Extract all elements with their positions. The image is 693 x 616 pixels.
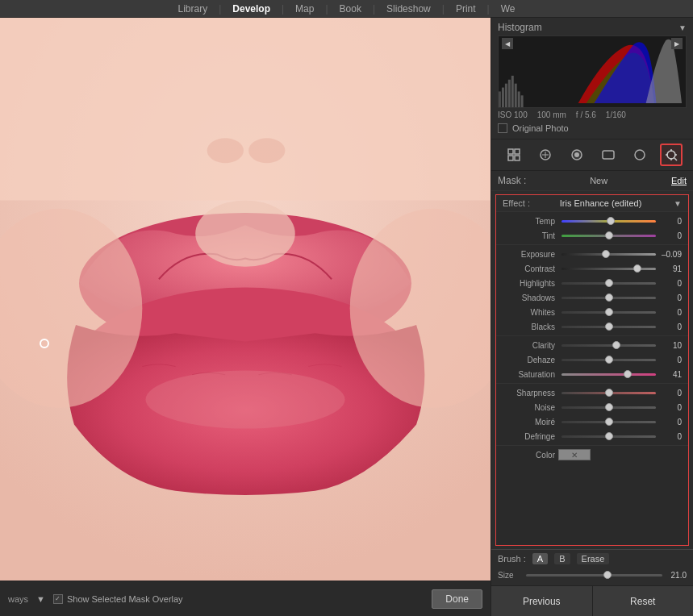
saturation-slider-row: Saturation 41 [496, 367, 688, 381]
temp-thumb[interactable] [607, 217, 615, 225]
whites-thumb[interactable] [605, 308, 613, 316]
noise-track[interactable] [561, 406, 656, 409]
brush-erase-button[interactable]: Erase [577, 553, 610, 564]
effect-dropdown-arrow[interactable]: ▼ [674, 199, 682, 208]
contrast-label: Contrast [503, 264, 555, 273]
svg-point-6 [207, 138, 244, 163]
nav-book[interactable]: Book [328, 0, 373, 17]
whites-track[interactable] [561, 311, 656, 314]
shadows-track[interactable] [561, 297, 656, 299]
original-photo-checkbox[interactable] [498, 123, 507, 133]
nav-develop[interactable]: Develop [221, 0, 282, 17]
highlights-thumb[interactable] [605, 279, 613, 287]
highlights-value: 0 [659, 279, 682, 288]
svg-rect-20 [508, 156, 513, 160]
photo-bottom-bar: ways ▼ ✓ Show Selected Mask Overlay Done [0, 581, 491, 616]
shadows-thumb[interactable] [605, 293, 613, 302]
sharpness-track[interactable] [561, 392, 656, 394]
sharpness-label: Sharpness [503, 389, 555, 397]
defringe-value: 0 [659, 432, 682, 441]
right-panel: Histogram ▼ ◀ ▶ [491, 18, 693, 616]
color-row: Color [496, 446, 688, 464]
highlights-track[interactable] [561, 282, 656, 285]
exif-iso: ISO 100 [498, 110, 528, 119]
sharpness-thumb[interactable] [605, 389, 613, 397]
nav-print[interactable]: Print [445, 0, 487, 17]
hist-arrow-left[interactable]: ◀ [502, 38, 513, 49]
exposure-thumb[interactable] [602, 250, 610, 258]
original-photo-label: Original Photo [512, 123, 569, 133]
dropdown-arrow[interactable]: ▼ [36, 594, 45, 604]
reset-button[interactable]: Reset [593, 586, 694, 616]
effect-header: Effect : Iris Enhance (edited) ▼ [496, 195, 688, 212]
color-label: Color [503, 451, 555, 460]
contrast-slider-row: Contrast 91 [496, 261, 688, 276]
brush-section: Brush : A B Erase Size 21.0 [491, 549, 693, 585]
nav-web[interactable]: We [490, 0, 527, 17]
exif-aperture: f / 5.6 [576, 110, 596, 119]
defringe-thumb[interactable] [605, 432, 613, 440]
nav-library[interactable]: Library [166, 0, 219, 17]
blacks-track[interactable] [561, 326, 656, 328]
crop-icon[interactable] [534, 144, 557, 166]
tint-label: Tint [503, 231, 555, 240]
contrast-thumb[interactable] [633, 264, 641, 273]
whites-label: Whites [503, 308, 555, 317]
grid-icon[interactable] [503, 144, 525, 166]
moire-thumb[interactable] [605, 418, 613, 426]
red-eye-icon[interactable] [597, 144, 620, 166]
size-track[interactable] [526, 574, 662, 576]
tint-track[interactable] [561, 235, 656, 237]
saturation-value: 41 [659, 370, 682, 379]
contrast-track[interactable] [561, 268, 656, 270]
defringe-track[interactable] [561, 435, 656, 438]
size-thumb[interactable] [603, 571, 612, 579]
radial-icon[interactable] [628, 144, 651, 166]
done-button[interactable]: Done [432, 589, 482, 609]
svg-rect-17 [521, 95, 524, 107]
always-label: ways [8, 594, 28, 604]
nav-slideshow[interactable]: Slideshow [375, 0, 442, 17]
blacks-thumb[interactable] [605, 323, 613, 331]
previous-button[interactable]: Previous [491, 586, 593, 616]
svg-rect-13 [508, 80, 511, 107]
dehaze-thumb[interactable] [605, 356, 613, 364]
adjustment-brush-icon[interactable] [660, 144, 683, 166]
exposure-track[interactable] [561, 253, 656, 256]
noise-label: Noise [503, 403, 555, 412]
mask-edit-button[interactable]: Edit [671, 176, 687, 185]
mask-overlay-checkbox[interactable]: ✓ [53, 594, 63, 604]
svg-rect-5 [0, 18, 491, 200]
moire-track[interactable] [561, 421, 656, 423]
dehaze-track[interactable] [561, 359, 656, 361]
blacks-slider-row: Blacks 0 [496, 319, 688, 334]
brush-a-button[interactable]: A [532, 553, 548, 564]
dehaze-slider-row: Dehaze 0 [496, 352, 688, 367]
temp-slider-row: Temp 0 [496, 214, 688, 228]
temp-track[interactable] [561, 220, 656, 223]
defringe-slider-row: Defringe 0 [496, 429, 688, 443]
histogram-dropdown-icon[interactable]: ▼ [678, 23, 687, 32]
saturation-track[interactable] [561, 373, 656, 376]
photo-area: ways ▼ ✓ Show Selected Mask Overlay Done [0, 18, 491, 616]
noise-thumb[interactable] [605, 403, 613, 411]
brush-b-button[interactable]: B [554, 553, 570, 564]
mask-dot [40, 339, 49, 348]
heal-icon[interactable] [566, 144, 588, 166]
effect-value: Iris Enhance (edited) [560, 198, 642, 208]
nav-map[interactable]: Map [284, 0, 325, 17]
saturation-thumb[interactable] [624, 370, 632, 378]
shadows-value: 0 [659, 293, 682, 302]
top-nav: Library | Develop | Map | Book | Slidesh… [0, 0, 693, 18]
color-swatch[interactable] [558, 449, 591, 460]
clarity-thumb[interactable] [612, 341, 620, 349]
mask-new-button[interactable]: New [590, 176, 607, 185]
highlights-label: Highlights [503, 279, 555, 288]
mask-overlay-check[interactable]: ✓ Show Selected Mask Overlay [53, 594, 183, 604]
histogram-header: Histogram ▼ [498, 22, 687, 33]
clarity-track[interactable] [561, 344, 656, 347]
tint-thumb[interactable] [605, 231, 613, 239]
hist-arrow-right[interactable]: ▶ [671, 38, 683, 49]
svg-rect-16 [518, 91, 520, 107]
tool-icons-row [491, 139, 693, 171]
